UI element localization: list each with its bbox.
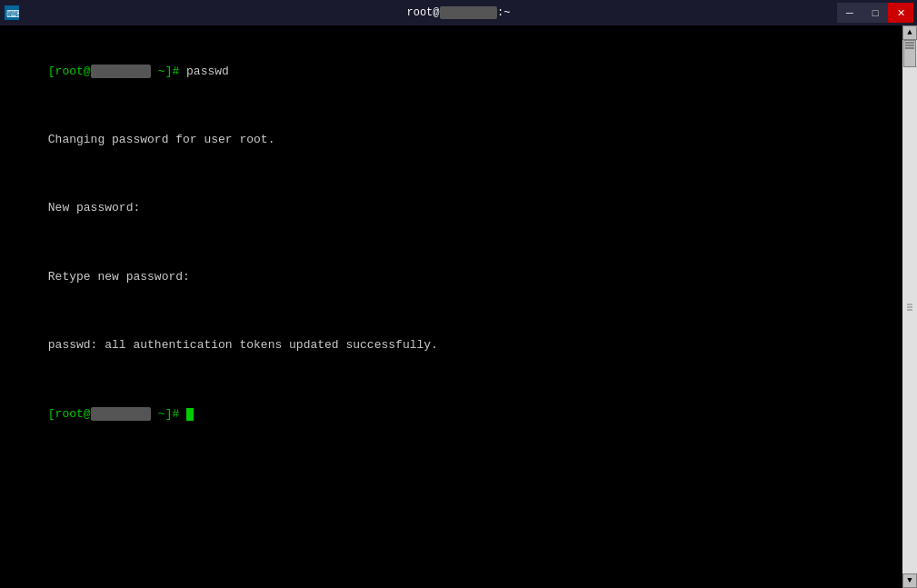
terminal-app-icon: ⌨ <box>4 5 20 21</box>
scroll-thumb[interactable] <box>903 40 916 67</box>
output-line-2: New password: <box>48 201 140 214</box>
vertical-scrollbar[interactable]: ▲ ▼ <box>902 25 917 588</box>
maximize-button[interactable]: □ <box>862 3 888 23</box>
window-title: root@hostname:~ <box>406 6 510 19</box>
output-line-1: Changing password for user root. <box>48 133 275 146</box>
prompt-line-1: [root@hostname ~]# passwd <box>48 65 229 78</box>
prompt-line-2: [root@hostname ~]# <box>48 407 194 421</box>
scroll-up-arrow[interactable]: ▲ <box>902 25 917 40</box>
svg-text:⌨: ⌨ <box>6 8 19 19</box>
hostname-masked: hostname <box>440 6 498 19</box>
scroll-down-arrow[interactable]: ▼ <box>902 573 917 588</box>
terminal-output: [root@hostname ~]# passwd Changing passw… <box>5 29 897 440</box>
title-bar: ⌨ root@hostname:~ ─ □ ✕ <box>0 0 917 25</box>
close-button[interactable]: ✕ <box>888 3 913 23</box>
cursor-block <box>186 408 194 421</box>
output-line-3: Retype new password: <box>48 270 190 284</box>
minimize-button[interactable]: ─ <box>837 3 862 23</box>
scrollbar-middle-indicator <box>907 304 912 310</box>
output-line-4: passwd: all authentication tokens update… <box>48 338 438 352</box>
terminal-body[interactable]: [root@hostname ~]# passwd Changing passw… <box>0 25 902 588</box>
